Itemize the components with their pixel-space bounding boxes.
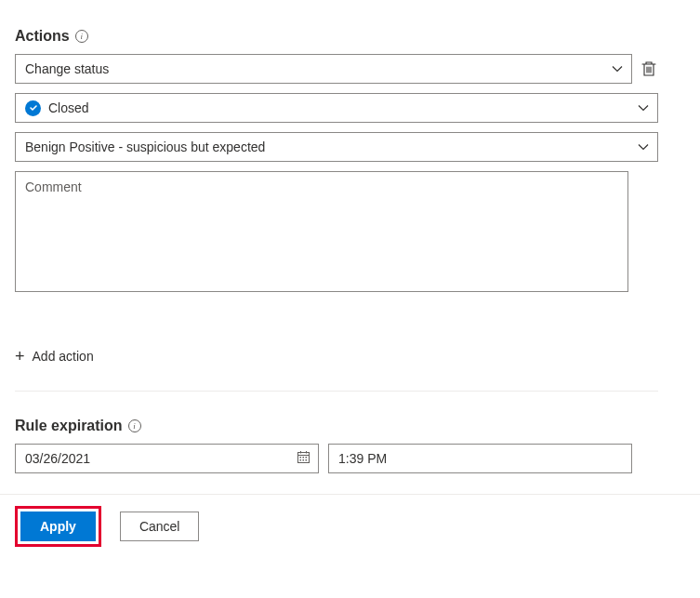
info-icon[interactable]: i [128, 419, 141, 432]
actions-heading: Actions i [15, 28, 658, 45]
rule-expiration-heading: Rule expiration i [15, 418, 658, 434]
trash-icon [641, 60, 656, 77]
rule-expiration-text: Rule expiration [15, 418, 123, 434]
apply-button[interactable]: Apply [20, 512, 96, 541]
comment-textarea[interactable] [15, 171, 628, 292]
expiration-time-input[interactable]: 1:39 PM [328, 444, 632, 473]
expiration-date-value: 03/26/2021 [25, 451, 90, 466]
action-type-dropdown[interactable]: Change status [15, 54, 632, 84]
calendar-icon [297, 450, 310, 467]
svg-rect-7 [300, 459, 302, 461]
classification-value: Benign Positive - suspicious but expecte… [25, 140, 265, 154]
chevron-down-icon [611, 62, 624, 75]
svg-rect-8 [303, 459, 305, 461]
divider [15, 391, 658, 392]
actions-heading-text: Actions [15, 28, 70, 45]
cancel-button[interactable]: Cancel [120, 512, 200, 541]
apply-highlight: Apply [15, 506, 101, 547]
chevron-down-icon [637, 101, 650, 114]
svg-rect-9 [306, 459, 308, 461]
add-action-button[interactable]: + Add action [15, 348, 658, 365]
classification-dropdown[interactable]: Benign Positive - suspicious but expecte… [15, 132, 658, 162]
expiration-date-input[interactable]: 03/26/2021 [15, 444, 319, 473]
svg-rect-5 [303, 457, 305, 458]
add-action-label: Add action [33, 349, 94, 364]
plus-icon: + [15, 348, 25, 365]
info-icon[interactable]: i [75, 30, 88, 43]
delete-action-button[interactable] [640, 60, 658, 78]
svg-rect-4 [300, 457, 302, 458]
chevron-down-icon [637, 140, 650, 153]
action-type-value: Change status [25, 61, 109, 76]
check-icon [25, 100, 41, 116]
svg-rect-6 [306, 457, 308, 458]
divider [0, 494, 700, 495]
status-value: Closed [48, 100, 89, 115]
status-dropdown[interactable]: Closed [15, 93, 658, 123]
expiration-time-value: 1:39 PM [338, 451, 387, 466]
